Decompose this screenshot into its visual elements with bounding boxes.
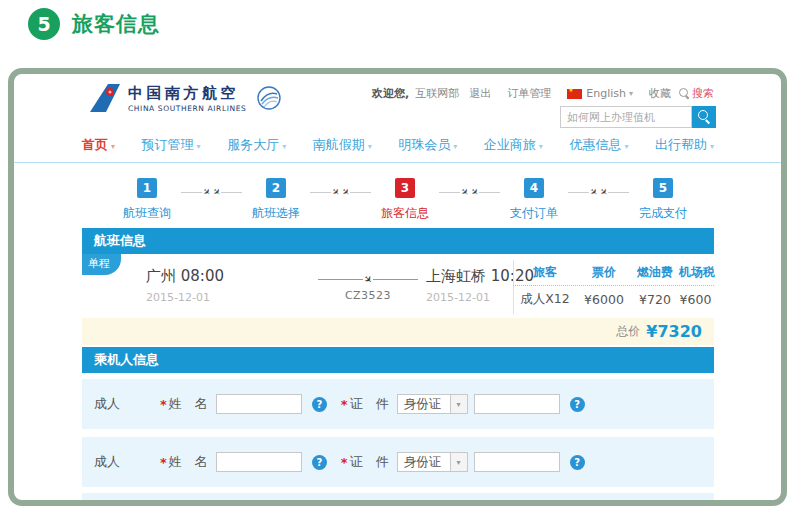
nav-item-service[interactable]: 服务大厅 <box>227 136 286 154</box>
language-select[interactable]: English <box>586 87 626 100</box>
skyteam-icon <box>256 85 282 111</box>
flight-number: CZ3523 <box>318 289 418 302</box>
step-label: 航班查询 <box>113 205 181 222</box>
nav-divider <box>14 162 781 163</box>
step-flight-search: 1 航班查询 <box>113 178 181 222</box>
plane-icon <box>361 273 375 287</box>
order-manage-link[interactable]: 订单管理 <box>507 86 551 101</box>
col-tax: 机场税 <box>679 264 712 281</box>
nav-label: 出行帮助 <box>655 137 707 152</box>
total-price-label: 总价 <box>616 323 640 340</box>
price-table: 旅客 票价 燃油费 机场税 成人X12 ¥6000 ¥720 ¥600 <box>513 254 714 318</box>
airline-logo[interactable]: 中国南方航空 CHINA SOUTHERN AIRLINES <box>86 82 282 114</box>
passenger-form-row: 成人 * 姓 名 * 证 件 身份证 <box>82 437 714 487</box>
browser-frame: 中国南方航空 CHINA SOUTHERN AIRLINES 欢迎您, 互联网部… <box>8 68 787 506</box>
username-link[interactable]: 互联网部 <box>415 86 459 101</box>
plane-icon <box>597 186 609 198</box>
nav-item-help[interactable]: 出行帮助 <box>655 136 714 154</box>
route-indicator: CZ3523 <box>318 274 418 302</box>
nav-label: 服务大厅 <box>227 137 279 152</box>
departure-block: 广州 08:00 2015-12-01 <box>146 267 224 304</box>
help-icon[interactable] <box>570 397 585 412</box>
select-arrow-button[interactable] <box>450 453 467 471</box>
chevron-down-icon <box>453 142 457 151</box>
chevron-down-icon <box>710 142 714 151</box>
airline-name: 中国南方航空 CHINA SOUTHERN AIRLINES <box>128 84 246 113</box>
total-price-row: 总价 ¥7320 <box>82 318 714 345</box>
cell-fare: ¥6000 <box>577 292 631 307</box>
booking-progress: 1 航班查询 2 航班选择 3 旅客信息 4 支付订单 5 完成支付 <box>113 178 697 222</box>
search-link[interactable]: 搜索 <box>692 86 714 101</box>
logout-link[interactable]: 退出 <box>469 86 491 101</box>
help-icon[interactable] <box>312 455 327 470</box>
nav-item-holiday[interactable]: 南航假期 <box>313 136 372 154</box>
step-number: 4 <box>524 178 544 198</box>
required-asterisk: * <box>160 455 167 470</box>
id-field-label: 证 件 <box>350 395 389 413</box>
chevron-down-icon <box>457 458 461 467</box>
step-label: 旅客信息 <box>371 205 439 222</box>
airline-name-cn: 中国南方航空 <box>128 84 246 103</box>
price-table-header: 旅客 票价 燃油费 机场税 <box>513 260 714 286</box>
search-input[interactable] <box>560 106 692 128</box>
id-type-value: 身份证 <box>398 453 450 471</box>
step-connector <box>568 187 629 197</box>
step-label: 支付订单 <box>500 205 568 222</box>
passenger-form-row-clipped <box>82 493 714 506</box>
flight-info-panel: 单程 广州 08:00 2015-12-01 CZ3523 上海虹桥 10:20… <box>82 254 714 318</box>
passenger-info-header: 乘机人信息 <box>82 347 714 373</box>
chevron-down-icon <box>624 142 628 151</box>
id-type-select[interactable]: 身份证 <box>397 394 468 414</box>
step-connector <box>181 187 242 197</box>
name-field-label: 姓 名 <box>169 395 208 413</box>
nav-item-promotions[interactable]: 优惠信息 <box>569 136 628 154</box>
departure-time: 08:00 <box>181 267 224 285</box>
id-number-input[interactable] <box>474 452 560 472</box>
site-search <box>560 106 716 128</box>
trip-type-badge: 单程 <box>82 254 121 275</box>
col-fuel: 燃油费 <box>631 264 679 281</box>
required-asterisk: * <box>341 455 348 470</box>
nav-label: 明珠会员 <box>398 137 450 152</box>
chevron-down-icon <box>282 142 286 151</box>
search-button[interactable] <box>692 106 716 128</box>
id-type-value: 身份证 <box>398 395 450 413</box>
step-flight-select: 2 航班选择 <box>242 178 310 222</box>
step-number-badge: 5 <box>28 8 60 40</box>
airline-tail-icon <box>86 82 122 114</box>
required-asterisk: * <box>160 397 167 412</box>
plane-icon <box>468 186 480 198</box>
name-field-label: 姓 名 <box>169 453 208 471</box>
nav-item-booking[interactable]: 预订管理 <box>142 136 201 154</box>
flight-info-header: 航班信息 <box>82 228 714 254</box>
step-complete: 5 完成支付 <box>629 178 697 222</box>
chevron-down-icon <box>197 142 201 151</box>
nav-item-corporate[interactable]: 企业商旅 <box>484 136 543 154</box>
search-icon <box>679 88 690 99</box>
step-connector <box>439 187 500 197</box>
id-type-select[interactable]: 身份证 <box>397 452 468 472</box>
passenger-form-row: 成人 * 姓 名 * 证 件 身份证 <box>82 379 714 429</box>
id-field-label: 证 件 <box>350 453 389 471</box>
nav-label: 首页 <box>82 137 108 152</box>
chevron-down-icon <box>539 142 543 151</box>
name-input[interactable] <box>216 452 302 472</box>
step-number: 3 <box>395 178 415 198</box>
help-icon[interactable] <box>312 397 327 412</box>
col-passenger: 旅客 <box>513 264 577 281</box>
help-icon[interactable] <box>570 455 585 470</box>
step-number: 5 <box>653 178 673 198</box>
id-number-input[interactable] <box>474 394 560 414</box>
nav-item-member[interactable]: 明珠会员 <box>398 136 457 154</box>
chevron-down-icon <box>111 142 115 151</box>
nav-item-home[interactable]: 首页 <box>82 136 115 154</box>
favorite-link[interactable]: 收藏 <box>649 86 671 101</box>
chevron-down-icon <box>368 142 372 151</box>
price-table-row: 成人X12 ¥6000 ¥720 ¥600 <box>513 286 714 312</box>
departure-date: 2015-12-01 <box>146 291 224 304</box>
cell-tax: ¥600 <box>679 292 712 307</box>
name-input[interactable] <box>216 394 302 414</box>
step-number: 2 <box>266 178 286 198</box>
cell-passenger: 成人X12 <box>513 291 577 308</box>
select-arrow-button[interactable] <box>450 395 467 413</box>
